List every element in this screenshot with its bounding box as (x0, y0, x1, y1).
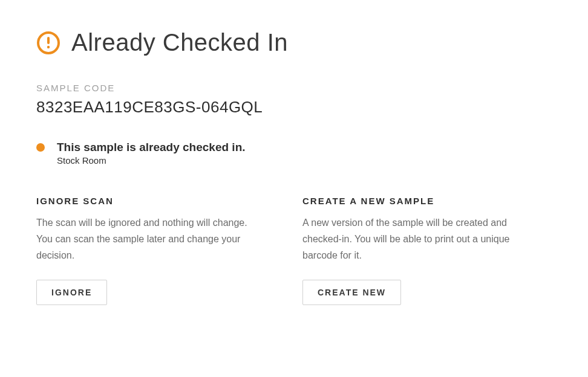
sample-code-value: 8323EAA119CE83GS-064GQL (36, 98, 552, 117)
option-create-title: CREATE A NEW SAMPLE (302, 196, 526, 206)
status-location: Stock Room (57, 155, 246, 166)
page-title: Already Checked In (71, 29, 288, 56)
option-ignore-title: IGNORE SCAN (36, 196, 260, 206)
option-ignore-description: The scan will be ignored and nothing wil… (36, 214, 260, 264)
status-message: This sample is already checked in. (57, 141, 246, 154)
status-text: This sample is already checked in. Stock… (57, 141, 246, 166)
status-dot-icon (36, 143, 45, 152)
create-new-button[interactable]: CREATE NEW (302, 280, 401, 305)
status-row: This sample is already checked in. Stock… (36, 141, 552, 166)
sample-code-section: SAMPLE CODE 8323EAA119CE83GS-064GQL (36, 83, 552, 117)
svg-point-2 (47, 45, 50, 48)
option-create-description: A new version of the sample will be crea… (302, 214, 526, 264)
alert-circle-icon (36, 31, 60, 55)
options-row: IGNORE SCAN The scan will be ignored and… (36, 196, 552, 305)
option-create-new: CREATE A NEW SAMPLE A new version of the… (302, 196, 526, 305)
option-ignore: IGNORE SCAN The scan will be ignored and… (36, 196, 260, 305)
sample-code-label: SAMPLE CODE (36, 83, 552, 93)
ignore-button[interactable]: IGNORE (36, 280, 107, 305)
svg-rect-1 (47, 37, 50, 44)
dialog-header: Already Checked In (36, 29, 552, 56)
